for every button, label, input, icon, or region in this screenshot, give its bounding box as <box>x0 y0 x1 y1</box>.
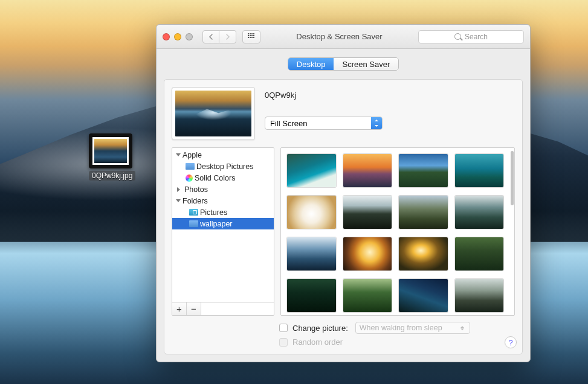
tree-item-photos[interactable]: Photos <box>172 184 274 195</box>
wallpaper-thumbnail[interactable] <box>399 279 448 312</box>
source-tree: Apple Desktop Pictures Solid Colors <box>172 147 274 316</box>
window-controls <box>163 33 193 40</box>
tree-item-wallpaper[interactable]: wallpaper <box>172 218 274 229</box>
preview-image <box>175 91 251 136</box>
scrollbar-thumb[interactable] <box>511 151 514 205</box>
wallpaper-thumbnail[interactable] <box>455 237 504 270</box>
vertical-scrollbar[interactable] <box>510 150 514 313</box>
minimize-button[interactable] <box>174 33 181 40</box>
pictures-folder-icon <box>189 209 198 216</box>
wallpaper-thumbnail[interactable] <box>343 154 392 187</box>
help-button[interactable]: ? <box>505 336 517 348</box>
tree-item-desktop-pictures[interactable]: Desktop Pictures <box>172 161 274 172</box>
folder-icon <box>189 220 198 227</box>
wallpaper-thumbnail[interactable] <box>455 279 504 312</box>
wallpaper-thumbnail[interactable] <box>287 154 336 187</box>
close-button[interactable] <box>163 33 170 40</box>
wallpaper-thumbnail[interactable] <box>399 196 448 229</box>
file-label: 0QPw9kj.jpg <box>89 171 135 181</box>
popup-arrows-icon <box>460 324 467 332</box>
window-title: Desktop & Screen Saver <box>267 32 412 41</box>
disclosure-triangle-icon <box>176 153 181 159</box>
tab-desktop[interactable]: Desktop <box>288 58 334 70</box>
search-icon <box>454 33 461 40</box>
change-picture-row: Change picture: When waking from sleep <box>172 322 515 334</box>
desktop-panel: 0QPw9kj Fill Screen Apple <box>164 79 523 354</box>
search-field[interactable]: Search <box>418 30 524 43</box>
desktop-file-icon[interactable]: 0QPw9kj.jpg <box>89 133 132 181</box>
file-thumbnail-frame <box>89 133 132 168</box>
fit-mode-popup[interactable]: Fill Screen <box>265 117 383 130</box>
random-order-checkbox <box>279 338 288 347</box>
add-source-button[interactable]: + <box>172 302 187 315</box>
window-body: Desktop Screen Saver 0QPw9kj Fill Screen <box>157 49 530 362</box>
wallpaper-thumbnail[interactable] <box>343 196 392 229</box>
change-picture-label: Change picture: <box>292 324 348 333</box>
wallpaper-name: 0QPw9kj <box>265 91 515 100</box>
random-order-label: Random order <box>292 338 343 347</box>
wallpaper-thumbnail[interactable] <box>287 279 336 312</box>
thumbnail-grid-container <box>280 147 515 316</box>
wallpaper-thumbnail[interactable] <box>399 154 448 187</box>
tree-footer: + − <box>172 302 274 315</box>
change-interval-value: When waking from sleep <box>360 324 442 332</box>
wallpaper-thumbnail[interactable] <box>343 237 392 270</box>
thumbnail-grid <box>281 148 509 315</box>
tree-item-folders[interactable]: Folders <box>172 195 274 206</box>
tree-item-solid-colors[interactable]: Solid Colors <box>172 172 274 184</box>
wallpaper-thumbnail[interactable] <box>287 237 336 270</box>
fit-mode-value: Fill Screen <box>265 117 371 129</box>
back-button[interactable] <box>202 30 219 43</box>
change-picture-checkbox[interactable] <box>279 324 288 332</box>
file-thumbnail-image <box>94 139 127 163</box>
wallpaper-thumbnail[interactable] <box>399 237 448 270</box>
tree-item-apple[interactable]: Apple <box>172 149 274 161</box>
color-wheel-icon <box>186 174 193 182</box>
tree-item-pictures[interactable]: Pictures <box>172 206 274 218</box>
random-order-row: Random order <box>172 338 515 347</box>
disclosure-triangle-icon <box>176 199 181 205</box>
window-titlebar: Desktop & Screen Saver Search <box>157 25 530 49</box>
wallpaper-thumbnail[interactable] <box>455 154 504 187</box>
current-wallpaper-preview <box>172 87 255 140</box>
wallpaper-thumbnail[interactable] <box>343 279 392 312</box>
show-all-button[interactable] <box>242 30 260 43</box>
search-placeholder: Search <box>465 33 488 41</box>
nav-buttons <box>202 30 236 43</box>
disclosure-triangle-icon <box>177 187 183 192</box>
wallpaper-thumbnail[interactable] <box>287 196 336 229</box>
popup-arrows-icon <box>371 117 382 129</box>
change-interval-popup[interactable]: When waking from sleep <box>355 322 470 334</box>
preferences-window: Desktop & Screen Saver Search Desktop Sc… <box>156 24 531 362</box>
tab-screensaver[interactable]: Screen Saver <box>334 58 398 70</box>
folder-icon <box>186 163 195 170</box>
remove-source-button[interactable]: − <box>187 302 201 315</box>
zoom-button[interactable] <box>186 33 193 40</box>
wallpaper-thumbnail[interactable] <box>455 196 504 229</box>
tab-segmented-control: Desktop Screen Saver <box>288 57 399 71</box>
forward-button[interactable] <box>219 30 236 43</box>
